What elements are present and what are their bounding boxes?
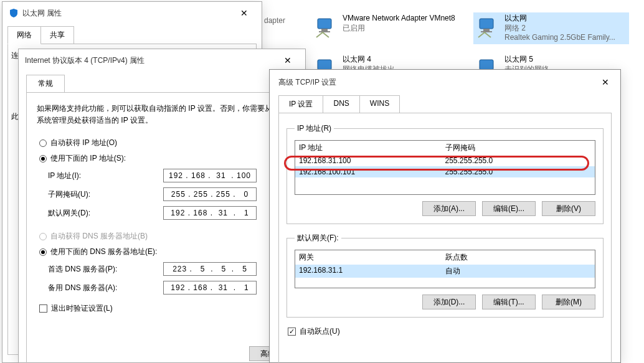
network-name: 以太网 5 (504, 55, 549, 65)
cell-mask: 255.255.255.0 (445, 156, 592, 165)
gw-row[interactable]: 192.168.31.1 自动 (295, 265, 595, 278)
svg-rect-5 (481, 31, 492, 32)
tabs: 常规 (26, 74, 298, 92)
ip-row[interactable]: 192.168.31.100 255.255.255.0 (295, 155, 595, 166)
close-button[interactable]: ✕ (594, 75, 617, 90)
radio-icon (39, 139, 47, 147)
bg-adapter-trunc: dapter (264, 16, 285, 25)
cell-addr: 192.168.100.101 (299, 167, 445, 176)
ip-label: IP 地址(I): (48, 171, 163, 181)
head-metric: 跃点数 (445, 252, 592, 263)
checkbox-label: 退出时验证设置(L) (51, 303, 113, 314)
radio-label: 使用下面的 DNS 服务器地址(E): (50, 247, 157, 257)
ipv4-properties-dialog: Internet 协议版本 4 (TCP/IPv4) 属性 ✕ 常规 如果网络支… (18, 49, 306, 363)
cell-mask: 255.255.255.0 (445, 167, 592, 176)
advanced-tcpip-dialog: 高级 TCP/IP 设置 ✕ IP 设置 DNS WINS IP 地址(R) I… (269, 69, 621, 363)
title-text: 以太网 属性 (22, 8, 233, 19)
subnet-mask-row: 子网掩码(U): (48, 187, 287, 201)
tab-general[interactable]: 常规 (26, 75, 65, 93)
radio-icon (39, 155, 47, 163)
dns2-row: 备用 DNS 服务器(A): (48, 281, 287, 295)
gateways-group: 默认网关(F): 网关 跃点数 192.168.31.1 自动 添加(D)...… (286, 233, 604, 318)
svg-rect-1 (321, 29, 328, 31)
cell-metric: 自动 (445, 266, 592, 276)
network-status: 已启用 (343, 24, 455, 34)
add-ip-button[interactable]: 添加(A)... (422, 201, 476, 216)
add-gw-button[interactable]: 添加(D)... (422, 295, 476, 309)
tab-wins[interactable]: WINS (360, 95, 400, 113)
svg-rect-0 (318, 19, 331, 29)
network-icon (476, 14, 501, 41)
edit-ip-button[interactable]: 编辑(E)... (482, 201, 536, 216)
radio-auto-ip-row[interactable]: 自动获得 IP 地址(O) (39, 138, 287, 148)
cell-addr: 192.168.31.100 (299, 156, 445, 165)
auto-metric-row[interactable]: 自动跃点(U) (288, 326, 604, 337)
dns1-label: 首选 DNS 服务器(P): (48, 264, 163, 275)
dns1-row: 首选 DNS 服务器(P): (48, 262, 287, 276)
network-detail: Realtek Gaming 2.5GbE Family... (504, 33, 615, 43)
network-item-ethernet[interactable]: 以太网 网络 2 Realtek Gaming 2.5GbE Family... (473, 12, 629, 44)
ip-input[interactable] (163, 169, 257, 182)
network-icon (314, 14, 339, 41)
titlebar[interactable]: 高级 TCP/IP 设置 ✕ (270, 70, 620, 95)
checkbox-icon (39, 304, 47, 313)
shield-icon (9, 8, 19, 18)
checkbox-icon (288, 328, 296, 336)
network-item-vmnet8[interactable]: VMware Network Adapter VMnet8 已启用 (311, 12, 467, 42)
tab-sharing[interactable]: 共享 (41, 26, 74, 44)
radio-auto-dns-row: 自动获得 DNS 服务器地址(B) (39, 231, 287, 242)
head-mask: 子网掩码 (445, 143, 592, 153)
mask-input[interactable] (163, 187, 257, 201)
group-label: IP 地址(R) (295, 123, 334, 134)
ip-row[interactable]: 192.168.100.101 255.255.255.0 (295, 166, 595, 177)
tabs: 网络 共享 (7, 26, 257, 44)
radio-label: 自动获得 IP 地址(O) (50, 138, 117, 148)
gw-input[interactable] (163, 206, 257, 220)
network-name: 以太网 (504, 14, 615, 24)
radio-icon (39, 248, 47, 256)
delete-gw-button[interactable]: 删除(M) (542, 295, 595, 309)
title-text: 高级 TCP/IP 设置 (278, 77, 594, 88)
title-text: Internet 协议版本 4 (TCP/IPv4) 属性 (25, 55, 277, 66)
svg-rect-3 (480, 19, 493, 29)
close-button[interactable]: ✕ (233, 6, 255, 21)
dns2-input[interactable] (163, 281, 257, 295)
close-button[interactable]: ✕ (277, 53, 299, 68)
cell-gw: 192.168.31.1 (299, 266, 445, 276)
tab-dns[interactable]: DNS (323, 95, 359, 113)
network-status: 网络 2 (504, 24, 615, 34)
checkbox-label: 自动跃点(U) (300, 326, 340, 337)
dns2-label: 备用 DNS 服务器(A): (48, 283, 163, 293)
delete-ip-button[interactable]: 删除(V) (542, 201, 595, 216)
tab-network[interactable]: 网络 (7, 26, 41, 44)
group-label: 默认网关(F): (295, 233, 341, 243)
list-header: 网关 跃点数 (295, 250, 595, 265)
titlebar[interactable]: 以太网 属性 ✕ (2, 2, 262, 24)
svg-rect-2 (319, 31, 330, 32)
radio-label: 使用下面的 IP 地址(S): (50, 153, 126, 164)
ip-list[interactable]: IP 地址 子网掩码 192.168.31.100 255.255.255.0 … (295, 140, 595, 195)
network-name: VMware Network Adapter VMnet8 (343, 14, 455, 24)
radio-manual-ip-row[interactable]: 使用下面的 IP 地址(S): (39, 153, 287, 164)
gateway-list[interactable]: 网关 跃点数 192.168.31.1 自动 (295, 250, 595, 288)
gw-label: 默认网关(D): (48, 208, 163, 219)
dns1-input[interactable] (163, 262, 257, 276)
description-text: 如果网络支持此功能，则可以获取自动指派的 IP 设置。否则，你需要从网络系统管理… (37, 103, 287, 126)
tab-ip-settings[interactable]: IP 设置 (278, 95, 323, 113)
gateway-row: 默认网关(D): (48, 206, 287, 220)
radio-label: 自动获得 DNS 服务器地址(B) (50, 231, 148, 242)
svg-rect-4 (483, 29, 490, 31)
list-header: IP 地址 子网掩码 (295, 141, 595, 155)
edit-gw-button[interactable]: 编辑(T)... (482, 295, 536, 309)
validate-on-exit-row[interactable]: 退出时验证设置(L) (39, 303, 287, 314)
ip-address-row: IP 地址(I): (48, 169, 287, 182)
svg-rect-9 (480, 60, 493, 70)
head-addr: IP 地址 (299, 143, 445, 153)
network-name: 以太网 4 (343, 55, 395, 65)
ip-addresses-group: IP 地址(R) IP 地址 子网掩码 192.168.31.100 255.2… (286, 123, 604, 224)
titlebar[interactable]: Internet 协议版本 4 (TCP/IPv4) 属性 ✕ (19, 49, 305, 72)
tabs: IP 设置 DNS WINS (278, 95, 612, 113)
svg-rect-6 (318, 60, 331, 70)
mask-label: 子网掩码(U): (48, 189, 163, 200)
radio-manual-dns-row[interactable]: 使用下面的 DNS 服务器地址(E): (39, 247, 287, 257)
